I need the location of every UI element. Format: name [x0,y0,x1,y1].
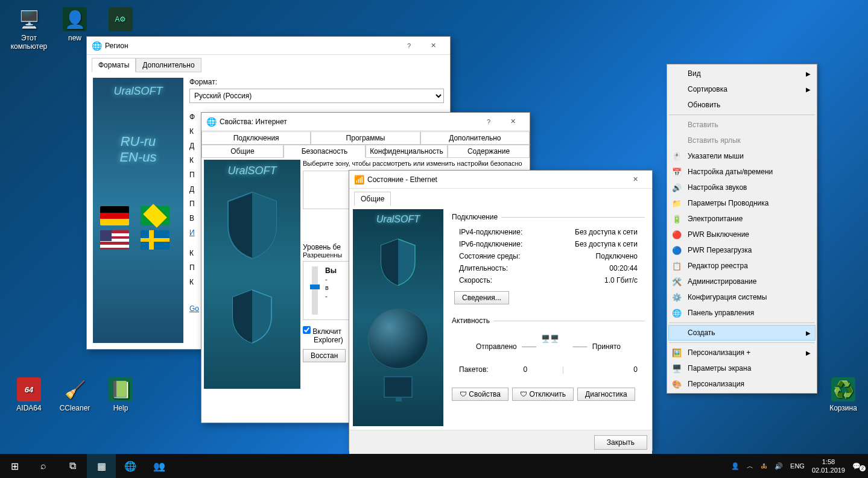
menu-label: Сортировка [688,85,806,93]
tab-formats[interactable]: Форматы [92,58,136,72]
tray-volume-icon[interactable]: 🔊 [771,462,787,470]
menu-item-10[interactable]: 🔋Электропитание [668,211,816,227]
close-button[interactable]: ✕ [623,171,647,188]
menu-item-13[interactable]: 📋Редактор реестра [668,258,816,274]
menu-label: Персонализация [688,380,811,388]
menu-icon: 🖼️ [672,348,684,357]
ipv4-value: Без доступа к сети [575,228,638,236]
menu-label: Создать [688,329,806,337]
help-button[interactable]: ? [477,113,501,130]
disable-button[interactable]: 🛡 Отключить [512,388,574,401]
close-button[interactable]: ✕ [421,37,445,54]
titlebar[interactable]: 🌐 Свойства: Интернет ? ✕ [201,113,530,131]
close-button[interactable]: ✕ [501,113,525,130]
monitor-icon [384,376,413,398]
tray-people-icon[interactable]: 👤 [727,462,743,470]
security-slider[interactable] [312,266,318,315]
tab-content[interactable]: Содержание [448,145,530,158]
properties-button[interactable]: 🛡 Свойства [452,388,508,401]
desktop-icon-this-pc[interactable]: 🖥️ Этот компьютер [7,7,51,51]
tray-clock[interactable]: 1:58 02.01.2019 [808,458,849,475]
tray-notifications[interactable]: 💬2 [849,462,864,470]
menu-label: Вставить [688,121,811,129]
taskbar-app-2[interactable]: 🌐 [116,454,145,478]
titlebar[interactable]: 🌐 Регион ? ✕ [87,37,450,55]
chevron-right-icon: ▶ [806,86,811,93]
menu-icon: 📅 [672,167,684,177]
tab-advanced[interactable]: Дополнительно [420,131,530,145]
taskbar-app-1[interactable]: ▦ [87,454,116,478]
menu-item-6[interactable]: 🖱️Указатели мыши [668,148,816,164]
menu-item-15[interactable]: ⚙️Конфигурация системы [668,289,816,305]
icon-label: CCleaner [60,404,90,412]
menu-item-14[interactable]: 🛠️Администрирование [668,274,816,289]
desktop-icon-help[interactable]: 📗 Help [99,377,142,412]
desktop-icon-recycle[interactable]: ♻️ Корзина [822,377,865,412]
taskbar-app-3[interactable]: 👥 [145,454,174,478]
chevron-right-icon: ▶ [806,350,811,356]
menu-label: Редактор реестра [688,262,811,270]
menu-item-7[interactable]: 📅Настройка даты/времени [668,164,816,180]
protected-mode-checkbox[interactable]: Включит [303,327,341,336]
tray-network-icon[interactable]: 🖧 [757,462,771,470]
menu-item-20[interactable]: 🖼️Персонализация +▶ [668,345,816,360]
tab-privacy[interactable]: Конфиденциальность [366,145,448,158]
menu-icon: ⚙️ [672,292,684,302]
app-icon: A⚙ [109,7,133,31]
close-button[interactable]: Закрыть [594,435,647,450]
tab-additional[interactable]: Дополнительно [136,58,201,72]
start-button[interactable]: ⊞ [0,454,29,478]
search-button[interactable]: ⌕ [29,454,58,478]
menu-item-1[interactable]: Сортировка▶ [668,81,816,97]
menu-item-12[interactable]: 🔵PWR Перезагрузка [668,242,816,258]
menu-item-21[interactable]: 🖥️Параметры экрана [668,360,816,376]
menu-item-16[interactable]: 🌐Панель управления [668,305,816,321]
window-title: Свойства: Интернет [220,118,477,126]
shield-icon-2 [228,288,276,345]
tab-security[interactable]: Безопасность [284,145,366,158]
activity-group: Активность Отправлено —— 🖥️🖥️ —— Принято… [452,316,645,380]
tab-connections[interactable]: Подключения [201,131,311,145]
restore-button[interactable]: Восстан [303,349,346,362]
task-view-button[interactable]: ⧉ [58,454,87,478]
menu-item-8[interactable]: 🔊Настройка звуков [668,180,816,195]
menu-item-9[interactable]: 📁Параметры Проводника [668,195,816,211]
menu-label: Обновить [688,101,811,109]
menu-item-18[interactable]: Создать▶ [668,325,816,341]
computer-icon: 🖥️ [17,7,41,31]
window-title: Регион [105,42,397,50]
menu-icon: 🔋 [672,214,684,224]
menu-item-22[interactable]: 🎨Персонализация [668,376,816,392]
desktop-icon-aida64[interactable]: 64 AIDA64 [7,377,51,412]
menu-icon [672,69,684,78]
menu-label: PWR Выключение [688,230,811,239]
media-value: Подключено [596,252,638,260]
tab-general[interactable]: Общие [201,145,284,158]
speed-value: 1.0 Гбит/с [604,276,638,285]
desktop-icon-app[interactable]: A⚙ [99,7,142,34]
titlebar[interactable]: 📶 Состояние - Ethernet ✕ [349,171,652,189]
zone-hint: Выберите зону, чтобы рассмотреть или изм… [303,160,527,167]
menu-item-0[interactable]: Вид▶ [668,66,816,81]
menu-label: Указатели мыши [688,152,811,160]
menu-icon [672,328,684,338]
tray-language[interactable]: ENG [787,462,808,470]
chevron-right-icon: ▶ [806,71,811,77]
menu-label: Параметры Проводника [688,199,811,207]
desktop-icon-ccleaner[interactable]: 🧹 CCleaner [53,377,97,412]
help-button[interactable]: ? [397,37,421,54]
format-select[interactable]: Русский (Россия) [189,89,444,103]
flag-brazil [141,206,169,225]
menu-item-2[interactable]: Обновить [668,97,816,113]
tray-chevron-up-icon[interactable]: ︿ [743,462,757,471]
tab-general[interactable]: Общие [354,192,391,206]
menu-item-11[interactable]: 🔴PWR Выключение [668,227,816,242]
tab-programs[interactable]: Программы [311,131,420,145]
sidebar-image: UralSOFT RU-ru EN-us [93,78,183,343]
chevron-right-icon: ▶ [806,330,811,336]
details-button[interactable]: Сведения... [454,291,509,304]
shield-icon [377,237,419,288]
menu-label: Персонализация + [688,348,806,357]
icon-label: new [68,34,81,42]
diagnostics-button[interactable]: Диагностика [577,388,635,401]
